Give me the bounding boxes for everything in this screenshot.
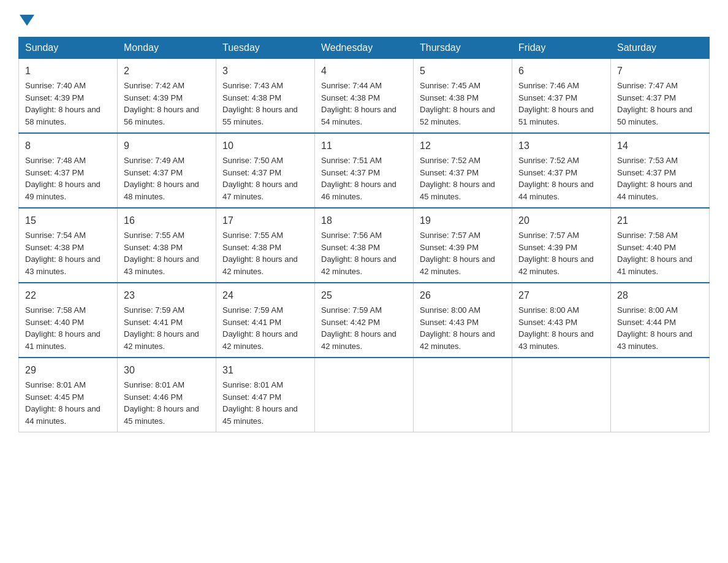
calendar-cell: 11Sunrise: 7:51 AMSunset: 4:37 PMDayligh… <box>315 133 414 208</box>
sunset-info: Sunset: 4:47 PM <box>222 393 281 402</box>
calendar-week-5: 29Sunrise: 8:01 AMSunset: 4:45 PMDayligh… <box>19 358 710 432</box>
sunrise-info: Sunrise: 7:56 AM <box>321 231 382 240</box>
calendar-cell: 25Sunrise: 7:59 AMSunset: 4:42 PMDayligh… <box>315 283 414 358</box>
calendar-header-row: SundayMondayTuesdayWednesdayThursdayFrid… <box>19 37 710 59</box>
calendar-cell: 8Sunrise: 7:48 AMSunset: 4:37 PMDaylight… <box>19 133 118 208</box>
sunset-info: Sunset: 4:39 PM <box>518 243 577 252</box>
day-number: 29 <box>25 363 111 378</box>
day-number: 13 <box>518 139 604 153</box>
calendar-cell: 29Sunrise: 8:01 AMSunset: 4:45 PMDayligh… <box>19 358 118 432</box>
daylight-info: Daylight: 8 hours and 41 minutes. <box>25 329 100 351</box>
daylight-info: Daylight: 8 hours and 50 minutes. <box>617 105 692 126</box>
daylight-info: Daylight: 8 hours and 42 minutes. <box>420 255 495 276</box>
sunrise-info: Sunrise: 7:59 AM <box>222 305 283 315</box>
daylight-info: Daylight: 8 hours and 48 minutes. <box>124 180 199 201</box>
daylight-info: Daylight: 8 hours and 42 minutes. <box>222 255 298 276</box>
header-sunday: Sunday <box>19 37 118 59</box>
calendar-week-2: 8Sunrise: 7:48 AMSunset: 4:37 PMDaylight… <box>19 133 710 208</box>
calendar-cell: 18Sunrise: 7:56 AMSunset: 4:38 PMDayligh… <box>315 208 414 283</box>
daylight-info: Daylight: 8 hours and 42 minutes. <box>222 329 298 351</box>
sunrise-info: Sunrise: 7:57 AM <box>518 231 579 240</box>
sunrise-info: Sunrise: 8:01 AM <box>124 380 184 389</box>
sunrise-info: Sunrise: 7:47 AM <box>617 81 678 90</box>
sunset-info: Sunset: 4:45 PM <box>25 393 84 402</box>
daylight-info: Daylight: 8 hours and 46 minutes. <box>321 180 396 201</box>
sunset-info: Sunset: 4:44 PM <box>617 318 676 327</box>
sunset-info: Sunset: 4:37 PM <box>321 168 380 177</box>
day-number: 22 <box>25 288 111 303</box>
daylight-info: Daylight: 8 hours and 44 minutes. <box>25 404 100 426</box>
calendar-cell: 17Sunrise: 7:55 AMSunset: 4:38 PMDayligh… <box>216 208 315 283</box>
calendar-cell: 12Sunrise: 7:52 AMSunset: 4:37 PMDayligh… <box>414 133 512 208</box>
sunrise-info: Sunrise: 7:58 AM <box>617 231 678 240</box>
sunset-info: Sunset: 4:39 PM <box>124 93 183 102</box>
day-number: 30 <box>124 363 210 378</box>
sunset-info: Sunset: 4:38 PM <box>25 243 84 252</box>
page-header <box>18 12 710 25</box>
sunset-info: Sunset: 4:38 PM <box>420 93 479 102</box>
calendar-cell <box>414 358 512 432</box>
daylight-info: Daylight: 8 hours and 58 minutes. <box>25 105 100 126</box>
calendar-cell: 27Sunrise: 8:00 AMSunset: 4:43 PMDayligh… <box>512 283 611 358</box>
day-number: 17 <box>222 213 308 228</box>
sunrise-info: Sunrise: 7:52 AM <box>420 156 480 165</box>
daylight-info: Daylight: 8 hours and 47 minutes. <box>222 180 298 201</box>
sunrise-info: Sunrise: 7:55 AM <box>124 231 184 240</box>
calendar-cell: 30Sunrise: 8:01 AMSunset: 4:46 PMDayligh… <box>118 358 216 432</box>
sunset-info: Sunset: 4:41 PM <box>124 318 183 327</box>
sunset-info: Sunset: 4:39 PM <box>420 243 479 252</box>
calendar-cell: 9Sunrise: 7:49 AMSunset: 4:37 PMDaylight… <box>118 133 216 208</box>
day-number: 24 <box>222 288 308 303</box>
calendar-cell: 16Sunrise: 7:55 AMSunset: 4:38 PMDayligh… <box>118 208 216 283</box>
day-number: 2 <box>124 64 210 79</box>
calendar-cell: 26Sunrise: 8:00 AMSunset: 4:43 PMDayligh… <box>414 283 512 358</box>
sunrise-info: Sunrise: 8:01 AM <box>222 380 283 389</box>
calendar-cell: 28Sunrise: 8:00 AMSunset: 4:44 PMDayligh… <box>611 283 710 358</box>
sunrise-info: Sunrise: 7:53 AM <box>617 156 678 165</box>
daylight-info: Daylight: 8 hours and 43 minutes. <box>124 255 199 276</box>
daylight-info: Daylight: 8 hours and 41 minutes. <box>617 255 692 276</box>
daylight-info: Daylight: 8 hours and 42 minutes. <box>321 329 396 351</box>
day-number: 8 <box>25 139 111 153</box>
calendar-cell: 13Sunrise: 7:52 AMSunset: 4:37 PMDayligh… <box>512 133 611 208</box>
calendar-cell: 6Sunrise: 7:46 AMSunset: 4:37 PMDaylight… <box>512 59 611 134</box>
day-number: 21 <box>617 213 703 228</box>
day-number: 1 <box>25 64 111 79</box>
sunset-info: Sunset: 4:37 PM <box>420 168 479 177</box>
header-thursday: Thursday <box>414 37 512 59</box>
logo <box>18 12 34 25</box>
calendar-cell: 3Sunrise: 7:43 AMSunset: 4:38 PMDaylight… <box>216 59 315 134</box>
daylight-info: Daylight: 8 hours and 52 minutes. <box>420 105 495 126</box>
sunset-info: Sunset: 4:41 PM <box>222 318 281 327</box>
header-friday: Friday <box>512 37 611 59</box>
day-number: 19 <box>420 213 506 228</box>
daylight-info: Daylight: 8 hours and 43 minutes. <box>617 329 692 351</box>
day-number: 27 <box>518 288 604 303</box>
calendar-cell: 15Sunrise: 7:54 AMSunset: 4:38 PMDayligh… <box>19 208 118 283</box>
daylight-info: Daylight: 8 hours and 44 minutes. <box>518 180 594 201</box>
daylight-info: Daylight: 8 hours and 54 minutes. <box>321 105 396 126</box>
daylight-info: Daylight: 8 hours and 42 minutes. <box>321 255 396 276</box>
sunset-info: Sunset: 4:43 PM <box>518 318 577 327</box>
calendar-week-4: 22Sunrise: 7:58 AMSunset: 4:40 PMDayligh… <box>19 283 710 358</box>
daylight-info: Daylight: 8 hours and 45 minutes. <box>420 180 495 201</box>
day-number: 16 <box>124 213 210 228</box>
calendar-cell: 7Sunrise: 7:47 AMSunset: 4:37 PMDaylight… <box>611 59 710 134</box>
daylight-info: Daylight: 8 hours and 55 minutes. <box>222 105 298 126</box>
sunrise-info: Sunrise: 7:59 AM <box>321 305 382 315</box>
daylight-info: Daylight: 8 hours and 51 minutes. <box>518 105 594 126</box>
day-number: 31 <box>222 363 308 378</box>
sunrise-info: Sunrise: 7:51 AM <box>321 156 382 165</box>
sunrise-info: Sunrise: 7:48 AM <box>25 156 86 165</box>
sunrise-info: Sunrise: 7:55 AM <box>222 231 283 240</box>
sunrise-info: Sunrise: 7:46 AM <box>518 81 579 90</box>
day-number: 28 <box>617 288 703 303</box>
day-number: 5 <box>420 64 506 79</box>
calendar-cell: 21Sunrise: 7:58 AMSunset: 4:40 PMDayligh… <box>611 208 710 283</box>
sunset-info: Sunset: 4:46 PM <box>124 393 183 402</box>
day-number: 14 <box>617 139 703 153</box>
day-number: 9 <box>124 139 210 153</box>
sunrise-info: Sunrise: 7:57 AM <box>420 231 480 240</box>
sunrise-info: Sunrise: 7:52 AM <box>518 156 579 165</box>
sunrise-info: Sunrise: 7:42 AM <box>124 81 184 90</box>
